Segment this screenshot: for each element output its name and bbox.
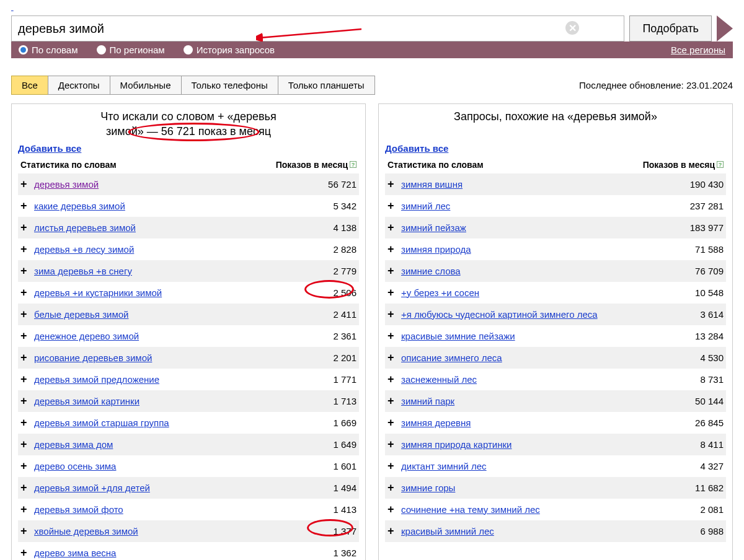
- radio-history[interactable]: История запросов: [184, 45, 275, 55]
- submit-button[interactable]: Подобрать: [629, 15, 712, 42]
- keyword-link[interactable]: зимняя деревня: [401, 418, 471, 428]
- keyword-link[interactable]: зимний пейзаж: [401, 222, 466, 233]
- add-icon[interactable]: +: [20, 373, 34, 386]
- radio-by-words[interactable]: По словам: [19, 45, 78, 55]
- radio-by-regions[interactable]: По регионам: [97, 45, 165, 55]
- add-icon[interactable]: +: [388, 199, 401, 212]
- keyword-link[interactable]: листья деревьев зимой: [34, 222, 136, 233]
- search-input[interactable]: [11, 15, 624, 42]
- add-icon[interactable]: +: [388, 438, 401, 451]
- add-icon[interactable]: +: [388, 265, 401, 278]
- keyword-link[interactable]: белые деревья зимой: [34, 309, 128, 320]
- keyword-link[interactable]: деревья зимой старшая группа: [34, 418, 169, 428]
- keyword-link[interactable]: зимняя вишня: [401, 179, 463, 190]
- add-icon[interactable]: +: [20, 416, 34, 429]
- add-icon[interactable]: +: [20, 330, 34, 343]
- add-icon[interactable]: +: [20, 221, 34, 234]
- add-icon[interactable]: +: [20, 481, 34, 494]
- right-panel: Запросы, похожие на «деревья зимой» Доба…: [378, 103, 733, 560]
- keyword-link[interactable]: деревья зимой: [34, 179, 99, 190]
- add-icon[interactable]: +: [20, 286, 34, 299]
- add-icon[interactable]: +: [388, 221, 401, 234]
- impressions-count: 3 614: [680, 309, 724, 320]
- keyword-link[interactable]: +я любуюсь чудесной картиной зимнего лес…: [401, 308, 598, 321]
- keyword-link[interactable]: сочинение +на тему зимний лес: [401, 504, 540, 515]
- add-icon[interactable]: +: [388, 308, 401, 321]
- tab-desktop[interactable]: Десктопы: [48, 76, 110, 95]
- keyword-link[interactable]: +у берез +и сосен: [401, 287, 479, 298]
- add-icon[interactable]: +: [20, 395, 34, 408]
- impressions-count: 2 081: [680, 504, 724, 515]
- add-icon[interactable]: +: [388, 243, 401, 256]
- help-icon[interactable]: ?: [717, 161, 724, 168]
- add-icon[interactable]: +: [388, 330, 401, 343]
- add-icon[interactable]: +: [388, 503, 401, 516]
- keyword-link[interactable]: заснеженный лес: [401, 374, 477, 385]
- keyword-link[interactable]: какие деревья зимой: [34, 201, 125, 211]
- table-row: +белые деревья зимой2 411: [18, 304, 359, 325]
- keyword-link[interactable]: зимняя природа: [401, 244, 471, 255]
- keyword-link[interactable]: деревья зимой фото: [34, 504, 123, 515]
- add-icon[interactable]: +: [388, 373, 401, 386]
- add-icon[interactable]: +: [388, 525, 401, 538]
- add-icon[interactable]: +: [20, 546, 34, 559]
- table-row: +зимние горы11 682: [385, 477, 726, 499]
- keyword-link[interactable]: зимние слова: [401, 266, 461, 276]
- add-icon[interactable]: +: [20, 199, 34, 212]
- add-icon[interactable]: +: [20, 265, 34, 278]
- keyword-link[interactable]: деревья зима дом: [34, 439, 113, 450]
- keyword-link[interactable]: зимняя природа картинки: [401, 439, 512, 450]
- impressions-count: 183 977: [680, 222, 724, 233]
- impressions-count: 26 845: [680, 418, 724, 428]
- add-icon[interactable]: +: [20, 525, 34, 538]
- add-icon[interactable]: +: [388, 460, 401, 473]
- add-icon[interactable]: +: [388, 395, 401, 408]
- keyword-link[interactable]: деревья зимой +для детей: [34, 483, 150, 493]
- all-regions-link[interactable]: Все регионы: [671, 45, 725, 55]
- keyword-link[interactable]: деревья +в лесу зимой: [34, 244, 134, 255]
- keyword-link[interactable]: зимний парк: [401, 396, 454, 406]
- keyword-link[interactable]: деревья +и кустарники зимой: [34, 287, 162, 298]
- keyword-link[interactable]: красивый зимний лес: [401, 526, 494, 536]
- table-row: +зимний парк50 144: [385, 390, 726, 412]
- keyword-link[interactable]: дерево осень зима: [34, 461, 116, 471]
- table-row: +зимний пейзаж183 977: [385, 217, 726, 238]
- add-icon[interactable]: +: [20, 308, 34, 321]
- add-icon[interactable]: +: [388, 481, 401, 494]
- add-icon[interactable]: +: [388, 351, 401, 364]
- keyword-link[interactable]: зима деревья +в снегу: [34, 266, 132, 276]
- add-icon[interactable]: +: [20, 503, 34, 516]
- table-row: +зимняя вишня190 430: [385, 173, 726, 195]
- add-icon[interactable]: +: [388, 178, 401, 191]
- keyword-link[interactable]: рисование деревьев зимой: [34, 352, 152, 363]
- keyword-link[interactable]: хвойные деревья зимой: [34, 526, 138, 536]
- clear-icon[interactable]: ✕: [565, 21, 579, 35]
- add-icon[interactable]: +: [20, 351, 34, 364]
- keyword-link[interactable]: диктант зимний лес: [401, 461, 487, 471]
- keyword-link[interactable]: деревья зимой картинки: [34, 396, 140, 406]
- add-icon[interactable]: +: [20, 178, 34, 191]
- impressions-count: 190 430: [680, 179, 724, 190]
- add-all-left[interactable]: Добавить все: [18, 143, 81, 154]
- add-icon[interactable]: +: [20, 438, 34, 451]
- help-icon[interactable]: ?: [350, 161, 356, 168]
- keyword-link[interactable]: денежное дерево зимой: [34, 331, 139, 341]
- add-icon[interactable]: +: [20, 460, 34, 473]
- tab-all[interactable]: Все: [11, 76, 48, 95]
- add-icon[interactable]: +: [388, 416, 401, 429]
- keyword-link[interactable]: зимний лес: [401, 201, 450, 211]
- tab-mobile[interactable]: Мобильные: [110, 76, 182, 95]
- table-row: +красивый зимний лес6 988: [385, 520, 726, 542]
- keyword-link[interactable]: деревья зимой предложение: [34, 374, 159, 385]
- keyword-link[interactable]: красивые зимние пейзажи: [401, 331, 515, 341]
- add-all-right[interactable]: Добавить все: [385, 143, 448, 154]
- keyword-link[interactable]: зимние горы: [401, 483, 455, 493]
- tab-tablets[interactable]: Только планшеты: [278, 76, 375, 95]
- tab-phones[interactable]: Только телефоны: [181, 76, 278, 95]
- keyword-link[interactable]: дерево зима весна: [34, 548, 116, 558]
- add-icon[interactable]: +: [20, 243, 34, 256]
- table-row: +красивые зимние пейзажи13 284: [385, 325, 726, 347]
- add-icon[interactable]: +: [388, 286, 401, 299]
- impressions-count: 10 548: [680, 287, 724, 298]
- keyword-link[interactable]: описание зимнего леса: [401, 352, 502, 363]
